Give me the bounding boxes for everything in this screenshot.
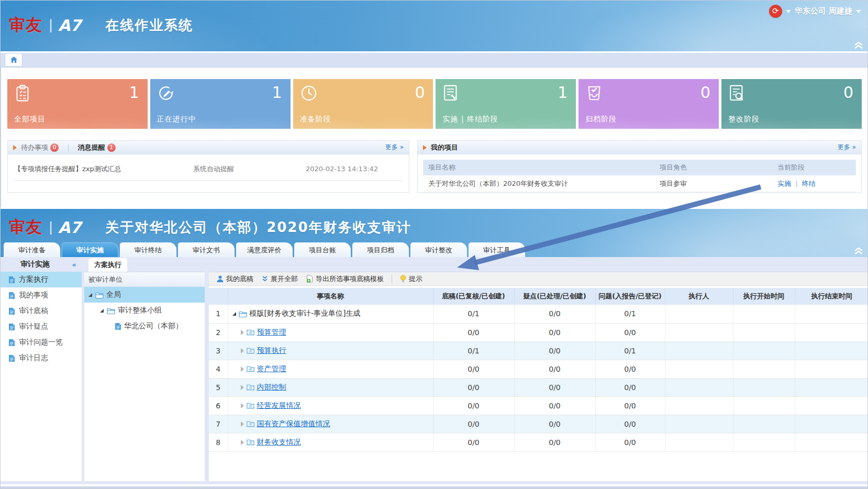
matter-link[interactable]: 财务收支情况 <box>257 438 301 447</box>
tab-project-ledger[interactable]: 项目台账 <box>294 242 351 257</box>
dashboard-tabstrip <box>1 53 868 68</box>
row-index: 3 <box>209 341 228 360</box>
start-time-value <box>733 360 795 378</box>
tab-audit-tools[interactable]: 审计工具 <box>469 242 525 257</box>
matter-link[interactable]: 内部控制 <box>257 383 286 392</box>
end-time-value <box>795 396 868 415</box>
table-row[interactable]: 5 内部控制 0/0 0/0 0/0 <box>209 378 868 396</box>
tab-audit-termination[interactable]: 审计终结 <box>120 242 176 257</box>
export-draft-template-button[interactable]: 导出所选事项底稿模板 <box>304 274 386 284</box>
sidebar-item-audit-drafts[interactable]: 审计底稿 <box>1 303 82 319</box>
message-count-badge: 1 <box>107 143 116 152</box>
folder-icon <box>247 347 254 354</box>
matter-link[interactable]: 国有资产保值增值情况 <box>257 419 330 429</box>
todo-panel: 待办事项 0 ｜ 消息提醒 1 更多 » 【专项填报任务提醒】zxp测试汇总 系… <box>7 140 409 193</box>
subtab-plan-execution[interactable]: 方案执行 <box>88 258 127 272</box>
collapse-header-icon[interactable] <box>854 41 863 49</box>
stat-cards: 1 全部项目 1 正在进行中 0 准备阶段 <box>7 79 862 129</box>
more-link[interactable]: 更多 » <box>838 143 856 152</box>
card-all-projects[interactable]: 1 全部项目 <box>7 79 148 129</box>
sidebar-item-label: 审计问题一览 <box>19 338 63 347</box>
tree-node-global[interactable]: 全局 <box>84 287 205 303</box>
folder-icon <box>247 402 254 409</box>
card-impl-terminate[interactable]: 1 实施 | 终结阶段 <box>436 79 576 129</box>
expand-row-icon[interactable] <box>241 421 244 427</box>
table-row[interactable]: 8 财务收支情况 0/0 0/0 0/0 <box>209 433 868 451</box>
tab-audit-rectification[interactable]: 审计整改 <box>410 242 467 257</box>
hint-button[interactable]: 提示 <box>397 274 425 284</box>
collapse-sidebar-icon[interactable]: « <box>72 261 76 269</box>
app-brand: 审友 | A7 在线作业系统 <box>9 14 868 36</box>
table-row[interactable]: 7 国有资产保值增值情况 0/0 0/0 0/0 <box>209 415 868 433</box>
card-label: 整改阶段 <box>728 115 760 124</box>
tree-expand-icon[interactable] <box>100 309 104 313</box>
card-label: 实施 | 终结阶段 <box>442 115 498 124</box>
stage-link-implement[interactable]: 实施 <box>777 180 791 187</box>
matter-link[interactable]: 预算执行 <box>257 346 286 355</box>
tab-audit-implementation[interactable]: 审计实施 <box>62 242 118 257</box>
chevron-down-icon[interactable] <box>856 10 861 13</box>
matter-link[interactable]: 资产管理 <box>257 364 286 374</box>
tree-node-huabei-company[interactable]: 华北公司（本部） <box>84 318 205 334</box>
expand-row-icon[interactable] <box>241 440 244 445</box>
projects-table: 项目名称 项目角色 当前阶段 关于对华北公司（本部）2020年财务收支审计 项目… <box>423 160 856 192</box>
table-row[interactable]: 6 经营发展情况 0/0 0/0 0/0 <box>209 396 868 415</box>
window-dashboard: 审友 | A7 在线作业系统 ⟳ 华东公司 周建婕 <box>1 1 868 206</box>
drafts-value: 0/0 <box>433 415 514 433</box>
message-title[interactable]: 【专项填报任务提醒】zxp测试汇总 <box>14 164 193 174</box>
refresh-icon[interactable]: ⟳ <box>769 5 782 18</box>
table-row[interactable]: 1 模版[财务收支审计-事业单位]生成 0/1 0/0 0/1 <box>209 305 868 323</box>
table-row[interactable]: 3 预算执行 0/1 0/0 0/1 <box>209 341 868 360</box>
sidebar-item-my-matters[interactable]: 我的事项 <box>1 287 82 303</box>
expand-all-button[interactable]: 展开全部 <box>259 274 301 284</box>
toolbar-divider <box>392 275 392 283</box>
expand-row-icon[interactable] <box>241 330 244 335</box>
user-name[interactable]: 华东公司 周建婕 <box>795 6 852 16</box>
sidebar-item-audit-log[interactable]: 审计日志 <box>1 350 82 366</box>
collapse-row-icon[interactable] <box>232 312 236 316</box>
matter-link[interactable]: 经营发展情况 <box>257 401 301 410</box>
tab-todo-items[interactable]: 待办事项 0 <box>21 143 59 152</box>
expand-row-icon[interactable] <box>241 385 244 390</box>
more-link[interactable]: 更多 » <box>385 143 404 152</box>
end-time-value <box>795 341 868 360</box>
sidebar-item-audit-doubts[interactable]: 审计疑点 <box>1 319 82 335</box>
brand-product: A7 <box>58 218 81 237</box>
tab-audit-documents[interactable]: 审计文书 <box>178 242 235 257</box>
sidebar-item-label: 我的事项 <box>19 291 48 300</box>
sidebar-item-plan-execution[interactable]: 方案执行 <box>1 272 82 287</box>
start-time-value <box>733 323 795 341</box>
card-preparation[interactable]: 0 准备阶段 <box>293 79 433 129</box>
tab-satisfaction-evaluation[interactable]: 满意度评价 <box>236 242 293 257</box>
tree-node-audit-group[interactable]: 审计整体小组 <box>84 303 205 318</box>
card-rectification[interactable]: 0 整改阶段 <box>721 79 862 129</box>
tab-project-archive[interactable]: 项目归档 <box>352 242 409 257</box>
export-doc-icon <box>306 275 313 283</box>
my-drafts-button[interactable]: 我的底稿 <box>214 274 256 284</box>
card-archive[interactable]: 0 归档阶段 <box>578 79 719 129</box>
message-row[interactable]: 【专项填报任务提醒】zxp测试汇总 系统自动提醒 2020-02-13 14:1… <box>14 158 403 181</box>
collapse-header-icon[interactable] <box>854 247 863 255</box>
table-row[interactable]: 2 预算管理 0/0 0/0 0/0 <box>209 323 868 341</box>
card-in-progress[interactable]: 1 正在进行中 <box>150 79 291 129</box>
app-brand: 审友 | A7 关于对华北公司（本部）2020年财务收支审计 <box>1 209 868 238</box>
home-tab[interactable] <box>5 53 23 66</box>
tab-message-reminders[interactable]: 消息提醒 1 <box>78 143 116 152</box>
table-row[interactable]: 4 资产管理 0/0 0/0 0/0 <box>209 360 868 378</box>
expand-row-icon[interactable] <box>241 403 244 408</box>
project-row: 关于对华北公司（本部）2020年财务收支审计 项目参审 实施 | 终结 <box>423 175 856 192</box>
stage-link-terminate[interactable]: 终结 <box>802 180 816 187</box>
tab-audit-preparation[interactable]: 审计准备 <box>4 242 60 257</box>
doubts-value: 0/0 <box>514 305 595 323</box>
end-time-value <box>795 305 868 323</box>
card-value: 1 <box>129 83 139 102</box>
plan-execution-panel: 我的底稿 展开全部 导出所选事项底稿模板 提示 <box>209 272 868 481</box>
todo-panel-header: 待办事项 0 ｜ 消息提醒 1 更多 » <box>8 141 409 154</box>
sidebar-item-audit-issues-overview[interactable]: 审计问题一览 <box>1 335 82 350</box>
expand-row-icon[interactable] <box>241 348 244 353</box>
tree-expand-icon[interactable] <box>88 293 92 297</box>
expand-row-icon[interactable] <box>241 366 244 372</box>
chevron-down-icon[interactable] <box>786 10 791 13</box>
tab-my-projects[interactable]: 我的项目 <box>431 143 458 152</box>
matter-link[interactable]: 预算管理 <box>257 328 286 337</box>
